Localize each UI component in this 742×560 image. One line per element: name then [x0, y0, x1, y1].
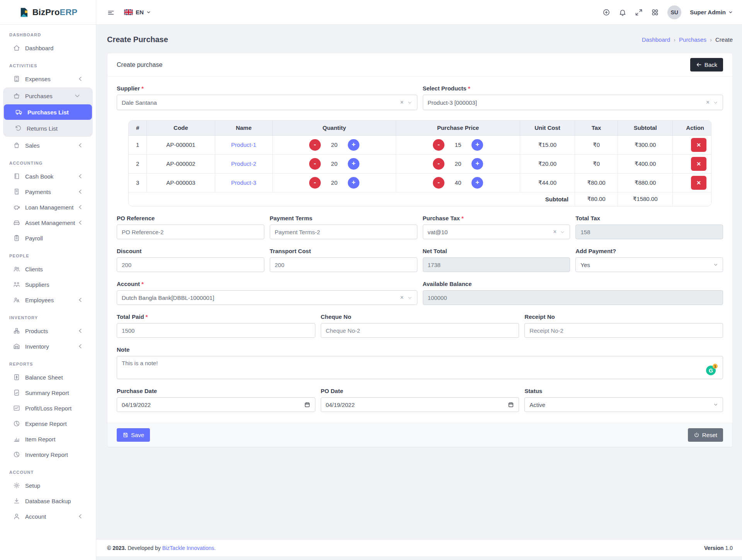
- sidebar-item-returns-list[interactable]: Returns List: [3, 121, 93, 136]
- quantity-increment-button[interactable]: +: [348, 177, 359, 189]
- remove-row-button[interactable]: ✕: [691, 157, 706, 171]
- transport-cost-input[interactable]: [270, 257, 417, 272]
- save-button[interactable]: Save: [117, 428, 150, 442]
- account-label: Account*: [117, 281, 417, 287]
- status-select[interactable]: Active: [524, 397, 723, 412]
- sidebar-item-summary-report[interactable]: Summary Report: [0, 385, 96, 400]
- clear-icon[interactable]: ×: [706, 99, 710, 106]
- sidebar-item-cash-book[interactable]: Cash Book: [0, 169, 96, 184]
- unit-cost: ₹20.00: [520, 154, 575, 173]
- clear-icon[interactable]: ×: [400, 294, 403, 301]
- sidebar-item-account[interactable]: Account: [0, 509, 96, 524]
- clear-icon[interactable]: ×: [553, 229, 556, 235]
- purchase-price-decrement-button[interactable]: -: [433, 139, 444, 151]
- sidebar-item-asset-management[interactable]: Asset Management: [0, 215, 96, 230]
- payment-terms-input[interactable]: [270, 225, 417, 239]
- sidebar-item-employees[interactable]: Employees: [0, 292, 96, 308]
- remove-row-button[interactable]: ✕: [691, 176, 706, 190]
- receipt-no-input[interactable]: [524, 323, 723, 338]
- sidebar-item-purchases[interactable]: Purchases: [3, 88, 93, 104]
- sidebar-item-purchases-list[interactable]: Purchases List: [4, 104, 92, 120]
- product-link[interactable]: Product-2: [231, 160, 256, 167]
- bell-icon[interactable]: [619, 9, 626, 16]
- sidebar-item-database-backup[interactable]: Database Backup: [0, 493, 96, 509]
- sidebar-item-expense-report[interactable]: Expense Report: [0, 416, 96, 431]
- table-header-subtotal: Subtotal: [618, 121, 673, 135]
- sidebar-item-inventory-report[interactable]: Inventory Report: [0, 447, 96, 462]
- chevron-left-icon: [77, 219, 84, 226]
- discount-input[interactable]: [117, 257, 264, 272]
- sidebar-item-profit-loss-report[interactable]: Profit/Loss Report: [0, 400, 96, 416]
- chevron-down-icon: [74, 92, 81, 99]
- supplier-select[interactable]: Dale Santana×: [117, 95, 417, 110]
- quantity-decrement-button[interactable]: -: [309, 177, 321, 189]
- sidebar-item-payments[interactable]: Payments: [0, 184, 96, 199]
- developer-link[interactable]: BizTackle Innovations.: [162, 545, 216, 551]
- pie-chart-icon: [13, 451, 20, 458]
- po-reference-input[interactable]: [117, 225, 264, 239]
- cheque-no-input[interactable]: [321, 323, 519, 338]
- select-products-select[interactable]: Product-3 [000003]×: [423, 95, 723, 110]
- sidebar-item-clients[interactable]: Clients: [0, 261, 96, 277]
- sidebar-item-payroll[interactable]: Payroll: [0, 230, 96, 246]
- purchase-price-increment-button[interactable]: +: [471, 139, 483, 151]
- po-date-input[interactable]: 04/19/2022: [321, 397, 519, 412]
- piggy-bank-icon: [13, 204, 20, 211]
- apps-grid-icon[interactable]: [651, 9, 659, 16]
- purchase-price-increment-button[interactable]: +: [471, 177, 483, 189]
- quantity-decrement-button[interactable]: -: [309, 139, 321, 151]
- sidebar-item-balance-sheet[interactable]: Balance Sheet: [0, 369, 96, 385]
- tax: ₹80.00: [575, 173, 618, 192]
- grammarly-icon[interactable]: G1: [706, 366, 716, 375]
- product-link[interactable]: Product-3: [231, 179, 256, 186]
- quantity-increment-button[interactable]: +: [348, 139, 359, 151]
- transport-cost-label: Transport Cost: [270, 248, 417, 254]
- sidebar-item-loan-management[interactable]: Loan Management: [0, 199, 96, 215]
- sidebar-item-dashboard[interactable]: Dashboard: [0, 40, 96, 56]
- sidebar-item-suppliers[interactable]: Suppliers: [0, 277, 96, 292]
- breadcrumb-purchases[interactable]: Purchases: [679, 36, 706, 43]
- purchase-price-decrement-button[interactable]: -: [433, 158, 444, 170]
- sidebar-item-item-report[interactable]: Item Report: [0, 431, 96, 447]
- remove-row-button[interactable]: ✕: [691, 138, 706, 152]
- grand-subtotal-cell: ₹1580.00: [618, 192, 673, 206]
- product-link[interactable]: Product-1: [231, 141, 256, 148]
- quantity-decrement-button[interactable]: -: [309, 158, 321, 170]
- breadcrumb-dashboard[interactable]: Dashboard: [642, 36, 670, 43]
- add-payment-label: Add Payment?: [575, 248, 723, 254]
- menu-toggle-icon[interactable]: [107, 9, 115, 16]
- add-payment-select[interactable]: Yes: [575, 257, 723, 272]
- purchase-date-input[interactable]: 04/19/2022: [117, 397, 315, 412]
- note-textarea[interactable]: This is a note!G1: [117, 356, 723, 379]
- sidebar-item-setup[interactable]: Setup: [0, 478, 96, 493]
- main-content: Create Purchase Dashboard › Purchases › …: [96, 25, 742, 560]
- back-button[interactable]: Back: [690, 58, 723, 71]
- account-select[interactable]: Dutch Bangla Bank[DBBL-1000001]×: [117, 290, 417, 305]
- warehouse-icon: [13, 343, 20, 350]
- available-balance-input: [423, 290, 723, 305]
- language-selector[interactable]: EN: [124, 9, 151, 15]
- brand-logo[interactable]: BizProERP: [0, 0, 96, 25]
- clear-icon[interactable]: ×: [400, 99, 403, 106]
- quantity-stepper: -20+: [273, 139, 396, 151]
- sidebar-item-expenses[interactable]: Expenses: [0, 71, 96, 87]
- undo-icon: [15, 125, 22, 132]
- purchase-tax-select[interactable]: vat@10×: [423, 225, 570, 239]
- row-subtotal: ₹300.00: [618, 135, 673, 154]
- home-icon: [13, 44, 20, 51]
- user-menu[interactable]: Super Admin: [690, 9, 733, 15]
- sidebar-item-inventory[interactable]: Inventory: [0, 339, 96, 354]
- fullscreen-icon[interactable]: [635, 9, 643, 16]
- avatar[interactable]: SU: [667, 5, 681, 19]
- quantity-increment-button[interactable]: +: [348, 158, 359, 170]
- table-header-name: Name: [215, 121, 272, 135]
- purchase-price-decrement-button[interactable]: -: [433, 177, 444, 189]
- sidebar-item-sales[interactable]: Sales: [0, 138, 96, 153]
- total-paid-input[interactable]: [117, 323, 315, 338]
- purchase-price-increment-button[interactable]: +: [471, 158, 483, 170]
- plus-circle-icon[interactable]: [602, 9, 610, 16]
- reset-button[interactable]: Reset: [688, 428, 723, 442]
- total-tax-label: Total Tax: [575, 215, 723, 221]
- sidebar-item-products[interactable]: Products: [0, 323, 96, 339]
- chevron-down-icon: [560, 230, 565, 235]
